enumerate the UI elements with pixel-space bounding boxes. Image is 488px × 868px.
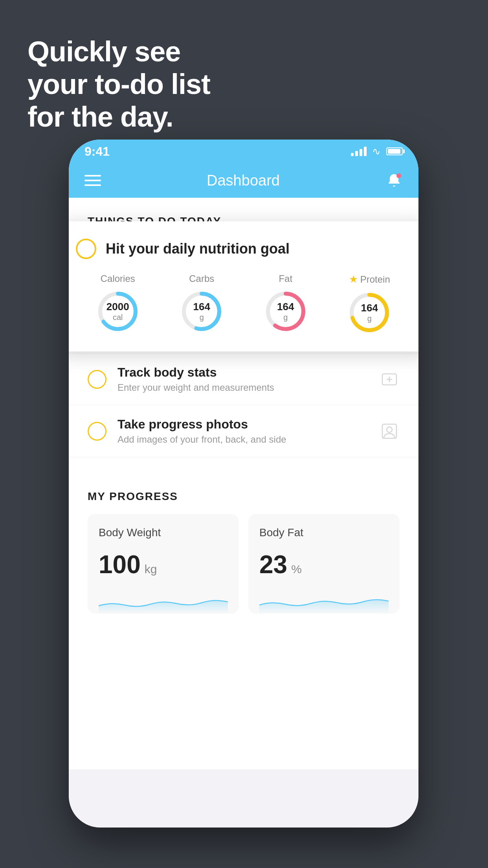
- hero-line3: for the day.: [28, 101, 210, 133]
- calories-item: Calories 2000 cal: [96, 273, 139, 333]
- nutrition-goal-title: Hit your daily nutrition goal: [106, 241, 290, 257]
- progress-section: MY PROGRESS Body Weight 100 kg: [69, 473, 418, 614]
- nav-bar: Dashboard: [69, 163, 418, 198]
- wifi-icon: ∿: [372, 145, 381, 158]
- progress-header: MY PROGRESS: [88, 490, 400, 503]
- body-weight-chart: [99, 590, 228, 614]
- body-fat-chart: [259, 590, 389, 614]
- body-stats-subtitle: Enter your weight and measurements: [117, 382, 368, 393]
- todo-item-body-stats[interactable]: Track body stats Enter your weight and m…: [69, 353, 418, 405]
- body-fat-value-row: 23 %: [259, 550, 389, 579]
- body-stats-text: Track body stats Enter your weight and m…: [117, 365, 368, 393]
- body-fat-title: Body Fat: [259, 526, 389, 539]
- hero-text: Quickly see your to-do list for the day.: [28, 35, 210, 133]
- status-bar: 9:41 ∿: [69, 140, 418, 163]
- todo-item-photos[interactable]: Take progress photos Add images of your …: [69, 405, 418, 457]
- protein-value: 164: [361, 302, 378, 314]
- fat-unit: g: [277, 313, 294, 322]
- carbs-ring: 164 g: [180, 290, 223, 333]
- status-icons: ∿: [351, 145, 403, 158]
- body-weight-value: 100: [99, 550, 141, 579]
- calories-ring: 2000 cal: [96, 290, 139, 333]
- hero-line1: Quickly see: [28, 35, 210, 68]
- phone-content: THINGS TO DO TODAY Hit your daily nutrit…: [69, 198, 418, 828]
- fat-item: Fat 164 g: [264, 273, 307, 333]
- fat-value: 164: [277, 301, 294, 313]
- battery-icon: [386, 147, 403, 155]
- body-fat-unit: %: [291, 563, 302, 576]
- protein-unit: g: [361, 314, 378, 323]
- body-fat-value: 23: [259, 550, 287, 579]
- content-area: THINGS TO DO TODAY Hit your daily nutrit…: [69, 198, 418, 769]
- phone-frame: 9:41 ∿ Dashboard: [69, 140, 418, 828]
- carbs-label: Carbs: [189, 273, 214, 284]
- nutrition-card: Hit your daily nutrition goal Calories: [69, 221, 418, 351]
- body-fat-card[interactable]: Body Fat 23 %: [248, 514, 400, 614]
- star-icon: ★: [349, 273, 358, 285]
- body-weight-value-row: 100 kg: [99, 550, 228, 579]
- body-weight-unit: kg: [145, 563, 157, 576]
- body-stats-title: Track body stats: [117, 365, 368, 380]
- photos-checkbox[interactable]: [88, 422, 106, 441]
- hamburger-menu[interactable]: [84, 175, 101, 186]
- carbs-unit: g: [193, 313, 210, 322]
- person-icon: [379, 421, 400, 441]
- photos-title: Take progress photos: [117, 417, 368, 432]
- nutrition-goal-checkbox[interactable]: [76, 239, 96, 259]
- card-title-row: Hit your daily nutrition goal: [76, 239, 411, 259]
- signal-icon: [351, 147, 367, 156]
- hero-line2: your to-do list: [28, 68, 210, 101]
- body-stats-checkbox[interactable]: [88, 370, 106, 389]
- protein-ring: 164 g: [348, 291, 391, 334]
- carbs-item: Carbs 164 g: [180, 273, 223, 333]
- calories-value: 2000: [106, 301, 129, 313]
- svg-point-11: [387, 427, 392, 432]
- photos-subtitle: Add images of your front, back, and side: [117, 434, 368, 445]
- scale-icon: [379, 369, 400, 390]
- body-weight-card[interactable]: Body Weight 100 kg: [88, 514, 239, 614]
- body-weight-title: Body Weight: [99, 526, 228, 539]
- protein-item: ★ Protein 164 g: [348, 273, 391, 334]
- nutrition-circles: Calories 2000 cal: [76, 273, 411, 334]
- fat-label: Fat: [279, 273, 292, 284]
- status-time: 9:41: [84, 144, 110, 159]
- calories-unit: cal: [106, 313, 129, 322]
- nav-title: Dashboard: [207, 172, 280, 189]
- photos-text: Take progress photos Add images of your …: [117, 417, 368, 445]
- calories-label: Calories: [101, 273, 135, 284]
- fat-ring: 164 g: [264, 290, 307, 333]
- protein-label: ★ Protein: [349, 273, 390, 285]
- carbs-value: 164: [193, 301, 210, 313]
- progress-cards: Body Weight 100 kg: [88, 514, 400, 614]
- svg-point-0: [396, 173, 401, 178]
- notification-bell-icon[interactable]: [385, 172, 403, 189]
